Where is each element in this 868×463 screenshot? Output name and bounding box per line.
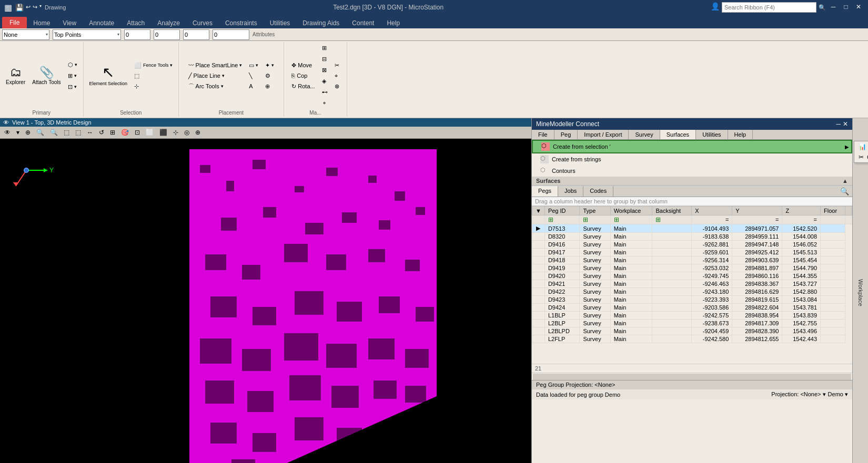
- vp-btn-14[interactable]: ⬛: [157, 128, 169, 137]
- create-from-strings-item[interactable]: ⬡ Create from strings: [532, 153, 852, 165]
- vp-btn-5[interactable]: 🔍: [48, 128, 60, 137]
- table-row[interactable]: D9416 Survey Main -9262.881 2894947.148 …: [532, 241, 852, 249]
- filter-cell-type[interactable]: ⊞: [580, 215, 610, 224]
- placement-btn-6[interactable]: ⊕: [263, 81, 277, 91]
- mm-tab-surfaces[interactable]: Surfaces: [660, 130, 696, 139]
- arc-tools-button[interactable]: ⌒ Arc Tools ▾: [186, 81, 245, 91]
- ribbon-btn-small-3[interactable]: ⊡▾: [65, 82, 80, 92]
- filter-cell-peg-id[interactable]: ⊞: [544, 215, 580, 224]
- row-expand[interactable]: [532, 272, 545, 280]
- top-points-dropdown[interactable]: Top Points ▾: [53, 29, 121, 40]
- col-type[interactable]: Type: [580, 207, 610, 215]
- vp-btn-1[interactable]: 👁: [2, 128, 13, 137]
- attach-tools-button[interactable]: 📎 Attach Tools: [29, 60, 63, 91]
- vp-btn-6[interactable]: ⬚: [62, 128, 72, 137]
- table-row[interactable]: D9423 Survey Main -9223.393 2894819.615 …: [532, 296, 852, 304]
- vp-btn-7[interactable]: ⬚: [73, 128, 83, 137]
- rotate-button[interactable]: ↻ Rota...: [289, 81, 317, 91]
- row-expand[interactable]: [532, 241, 545, 249]
- peg-search-icon[interactable]: 🔍: [837, 186, 852, 197]
- contours-item[interactable]: ⬡ Contours: [532, 165, 852, 177]
- active-level-dropdown[interactable]: None ▾: [2, 29, 49, 40]
- row-expand[interactable]: [532, 312, 545, 320]
- tab-attach[interactable]: Attach: [120, 18, 151, 28]
- manip-btn-1[interactable]: ⊞: [319, 43, 330, 53]
- mm-minimize-btn[interactable]: ─: [836, 120, 841, 128]
- placement-btn-4[interactable]: ✦▾: [263, 60, 277, 70]
- maximize-button[interactable]: □: [841, 2, 851, 12]
- table-row[interactable]: D9417 Survey Main -9259.601 2894925.412 …: [532, 249, 852, 256]
- redo-icon[interactable]: ↪: [33, 4, 37, 12]
- table-row[interactable]: L1BLP Survey Main -9242.575 2894838.954 …: [532, 312, 852, 320]
- table-row[interactable]: D8320 Survey Main -9183.638 2894959.111 …: [532, 233, 852, 241]
- mm-tab-import-export[interactable]: Import / Export: [578, 130, 629, 139]
- filter-cell-x[interactable]: =: [692, 215, 732, 224]
- row-expand[interactable]: ▶: [532, 224, 545, 233]
- col-filter-toggle[interactable]: ▼: [532, 207, 545, 215]
- tab-home[interactable]: Home: [27, 18, 56, 28]
- mm-tab-help[interactable]: Help: [728, 130, 753, 139]
- close-button[interactable]: ✕: [853, 2, 864, 12]
- vp-btn-10[interactable]: ⊞: [108, 128, 117, 137]
- vp-btn-8[interactable]: ↔: [85, 128, 95, 137]
- filter-cell-floor[interactable]: [821, 215, 845, 224]
- row-expand[interactable]: [532, 327, 545, 335]
- minimize-button[interactable]: ─: [828, 2, 839, 12]
- row-expand[interactable]: [532, 288, 545, 296]
- col-x[interactable]: X: [692, 207, 732, 215]
- filter-cell-workplace[interactable]: ⊞: [610, 215, 652, 224]
- col-backsight[interactable]: Backsight: [652, 207, 692, 215]
- select-btn-2[interactable]: ⬚: [132, 71, 175, 81]
- row-expand[interactable]: [532, 256, 545, 264]
- vp-btn-12[interactable]: ⊡: [133, 128, 142, 137]
- table-row[interactable]: D9418 Survey Main -9256.314 2894903.639 …: [532, 256, 852, 264]
- element-selection-button[interactable]: ↖ Element Selection: [87, 60, 130, 91]
- level-input-2[interactable]: 0: [154, 29, 180, 40]
- col-z[interactable]: Z: [782, 207, 821, 215]
- expand-right-panel[interactable]: Workplace: [855, 277, 866, 308]
- col-workplace[interactable]: Workplace: [610, 207, 652, 215]
- table-row[interactable]: D9420 Survey Main -9249.745 2894860.116 …: [532, 272, 852, 280]
- table-row[interactable]: L2FLP Survey Main -9242.580 2894812.655 …: [532, 335, 852, 343]
- table-row[interactable]: D9422 Survey Main -9243.180 2894816.629 …: [532, 288, 852, 296]
- row-expand[interactable]: [532, 296, 545, 304]
- fence-tools-button[interactable]: ⬜ Fence Tools ▾: [132, 60, 175, 70]
- ribbon-btn-small-2[interactable]: ⊞▾: [65, 71, 80, 81]
- search-ribbon-input[interactable]: [722, 2, 816, 13]
- manip-btn-3[interactable]: ⊠: [319, 65, 330, 75]
- filter-cell-y[interactable]: =: [732, 215, 782, 224]
- row-expand[interactable]: [532, 249, 545, 256]
- surfaces-collapse-icon[interactable]: ▲: [842, 178, 848, 184]
- move-button[interactable]: ✥ Move: [289, 60, 317, 70]
- place-line-button[interactable]: ╱ Place Line ▾: [186, 71, 245, 81]
- table-row[interactable]: ▶ D7513 Survey Main -9104.493 2894971.05…: [532, 224, 852, 233]
- tab-analyze[interactable]: Analyze: [151, 18, 186, 28]
- pegs-tab-pegs[interactable]: Pegs: [532, 186, 558, 197]
- project-label[interactable]: Demo ▾: [828, 391, 848, 398]
- row-expand[interactable]: [532, 264, 545, 272]
- row-expand[interactable]: [532, 233, 545, 241]
- placement-btn-5[interactable]: ⚙: [263, 71, 277, 81]
- tab-content[interactable]: Content: [346, 18, 380, 28]
- vp-btn-15[interactable]: ⊹: [171, 128, 180, 137]
- table-row[interactable]: L2BLPD Survey Main -9204.459 2894828.390…: [532, 327, 852, 335]
- tab-help[interactable]: Help: [380, 18, 406, 28]
- explorer-button[interactable]: 🗂 Explorer: [3, 60, 28, 91]
- tab-curves[interactable]: Curves: [186, 18, 219, 28]
- filter-cell-z[interactable]: =: [782, 215, 821, 224]
- pegs-tab-codes[interactable]: Codes: [583, 186, 613, 197]
- undo-icon[interactable]: ↩: [26, 4, 31, 12]
- manip-btn-9[interactable]: ⊗: [332, 81, 342, 91]
- pegs-table-container[interactable]: ▼ Peg ID Type Workplace Backsight X Y Z …: [532, 206, 852, 364]
- manip-btn-6[interactable]: ⚬: [319, 98, 330, 108]
- vp-btn-2[interactable]: ▾: [14, 128, 22, 137]
- tab-constraints[interactable]: Constraints: [219, 18, 264, 28]
- row-expand[interactable]: [532, 335, 545, 343]
- tab-file[interactable]: File: [2, 17, 27, 28]
- create-from-selection-item[interactable]: ⬡ Create from selection ' ▶ 📊 Profile ✂ …: [532, 140, 852, 153]
- row-expand[interactable]: [532, 304, 545, 312]
- level-input-1[interactable]: 0: [124, 29, 150, 40]
- copy-button[interactable]: ⎘ Cop: [289, 71, 317, 81]
- table-row[interactable]: D9424 Survey Main -9203.586 2894822.604 …: [532, 304, 852, 312]
- tab-annotate[interactable]: Annotate: [83, 18, 120, 28]
